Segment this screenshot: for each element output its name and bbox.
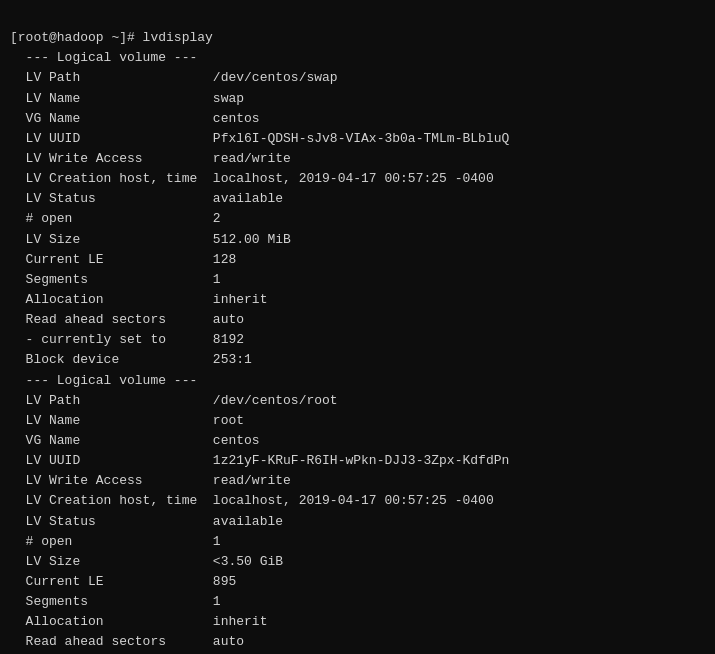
terminal-window: [root@hadoop ~]# lvdisplay --- Logical v… xyxy=(10,8,705,654)
lv-field-row: Allocation inherit xyxy=(10,290,705,310)
lv-field-row: LV Status available xyxy=(10,512,705,532)
lv-field-row: # open 1 xyxy=(10,532,705,552)
lv-field-row: LV Write Access read/write xyxy=(10,149,705,169)
lv-field-row: Segments 1 xyxy=(10,592,705,612)
section-header-1: --- Logical volume --- xyxy=(10,371,705,391)
lv-field-row: VG Name centos xyxy=(10,109,705,129)
lv-field-row: LV Path /dev/centos/root xyxy=(10,391,705,411)
lv-field-row: LV Creation host, time localhost, 2019-0… xyxy=(10,491,705,511)
lv-field-row: VG Name centos xyxy=(10,431,705,451)
lv-field-row: LV Path /dev/centos/swap xyxy=(10,68,705,88)
lv-field-row: Current LE 128 xyxy=(10,250,705,270)
lv-field-row: LV Creation host, time localhost, 2019-0… xyxy=(10,169,705,189)
lv-field-row: Block device 253:1 xyxy=(10,350,705,370)
lv-field-row: - currently set to 8192 xyxy=(10,330,705,350)
lv-field-row: # open 2 xyxy=(10,209,705,229)
lv-field-row: LV Name swap xyxy=(10,89,705,109)
lv-field-row: LV Status available xyxy=(10,189,705,209)
lv-field-row: Segments 1 xyxy=(10,270,705,290)
lv-field-row: Read ahead sectors auto xyxy=(10,310,705,330)
lv-field-row: LV Size 512.00 MiB xyxy=(10,230,705,250)
section-header-0: --- Logical volume --- xyxy=(10,48,705,68)
lv-field-row: Allocation inherit xyxy=(10,612,705,632)
lv-field-row: LV Name root xyxy=(10,411,705,431)
lv-field-row: LV Write Access read/write xyxy=(10,471,705,491)
lv-field-row: LV UUID Pfxl6I-QDSH-sJv8-VIAx-3b0a-TMLm-… xyxy=(10,129,705,149)
lv-field-row: Read ahead sectors auto xyxy=(10,632,705,652)
lv-field-row: Current LE 895 xyxy=(10,572,705,592)
lv-field-row: LV Size <3.50 GiB xyxy=(10,552,705,572)
terminal-prompt: [root@hadoop ~]# lvdisplay xyxy=(10,28,705,48)
lv-field-row: LV UUID 1z21yF-KRuF-R6IH-wPkn-DJJ3-3Zpx-… xyxy=(10,451,705,471)
